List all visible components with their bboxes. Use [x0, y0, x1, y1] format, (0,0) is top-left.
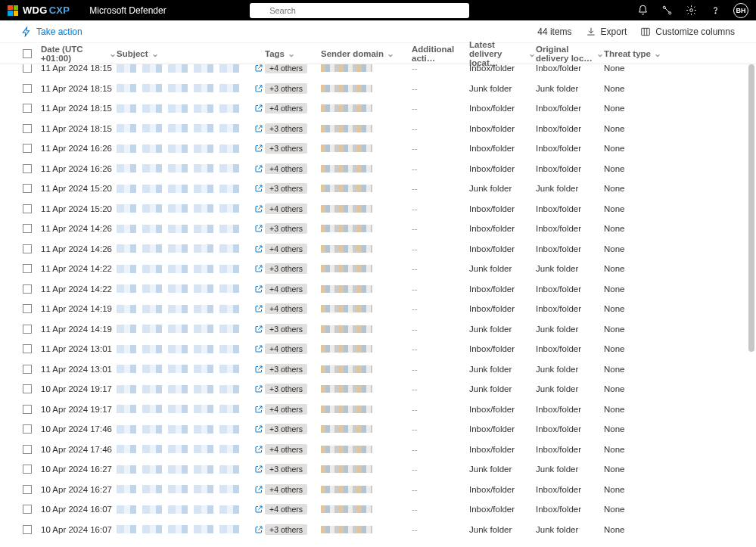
- table-row[interactable]: 11 Apr 2024 13:01+3 others--Junk folderJ…: [0, 359, 756, 380]
- table-row[interactable]: 11 Apr 2024 14:22+4 others--Inbox/folder…: [0, 279, 756, 300]
- open-external-icon[interactable]: [254, 184, 265, 193]
- tag-badge[interactable]: +3 others: [265, 83, 307, 94]
- tag-badge[interactable]: +4 others: [265, 404, 307, 415]
- table-row[interactable]: 11 Apr 2024 13:01+4 others--Inbox/folder…: [0, 339, 756, 359]
- export-button[interactable]: Export: [586, 26, 627, 37]
- tag-badge[interactable]: +4 others: [265, 444, 307, 455]
- row-checkbox[interactable]: [23, 64, 32, 73]
- open-external-icon[interactable]: [254, 244, 265, 253]
- table-row[interactable]: 11 Apr 2024 18:15+3 others--Junk folderJ…: [0, 79, 756, 99]
- row-checkbox[interactable]: [23, 284, 32, 294]
- cell-subject[interactable]: [117, 64, 265, 73]
- open-external-icon[interactable]: [254, 405, 265, 414]
- open-external-icon[interactable]: [254, 485, 265, 494]
- tag-badge[interactable]: +4 others: [265, 303, 307, 314]
- cell-subject[interactable]: [117, 84, 265, 93]
- cell-subject[interactable]: [117, 164, 265, 173]
- column-subject[interactable]: Subject ⌄: [117, 48, 265, 59]
- column-tags[interactable]: Tags ⌄: [265, 48, 321, 59]
- row-checkbox[interactable]: [23, 325, 32, 334]
- column-original[interactable]: Original delivery loc… ⌄: [536, 45, 604, 63]
- help-icon[interactable]: [709, 5, 721, 17]
- row-checkbox[interactable]: [23, 104, 32, 113]
- cell-subject[interactable]: [117, 264, 265, 273]
- row-checkbox[interactable]: [23, 365, 32, 374]
- cell-subject[interactable]: [117, 505, 265, 514]
- open-external-icon[interactable]: [254, 505, 265, 514]
- cell-subject[interactable]: [117, 284, 265, 294]
- open-external-icon[interactable]: [254, 284, 265, 294]
- cell-subject[interactable]: [117, 525, 265, 534]
- table-row[interactable]: 11 Apr 2024 14:26+3 others--Inbox/folder…: [0, 219, 756, 239]
- row-checkbox[interactable]: [23, 204, 32, 213]
- tag-badge[interactable]: +4 others: [265, 244, 307, 254]
- row-checkbox[interactable]: [23, 244, 32, 253]
- bell-icon[interactable]: [636, 5, 649, 17]
- row-checkbox[interactable]: [23, 525, 32, 534]
- table-row[interactable]: 10 Apr 2024 17:46+3 others--Inbox/folder…: [0, 419, 756, 440]
- select-all-checkbox[interactable]: [23, 49, 32, 58]
- cell-subject[interactable]: [117, 344, 265, 353]
- column-date[interactable]: Date (UTC +01:00) ⌄: [41, 45, 117, 63]
- column-threat[interactable]: Threat type ⌄: [604, 48, 664, 59]
- table-row[interactable]: 10 Apr 2024 17:46+4 others--Inbox/folder…: [0, 440, 756, 460]
- tag-badge[interactable]: +3 others: [265, 223, 307, 234]
- cell-subject[interactable]: [117, 224, 265, 233]
- cell-subject[interactable]: [117, 445, 265, 454]
- avatar[interactable]: BH: [733, 3, 748, 18]
- table-row[interactable]: 11 Apr 2024 16:26+4 others--Inbox/folder…: [0, 159, 756, 179]
- row-checkbox[interactable]: [23, 224, 32, 233]
- table-row[interactable]: 11 Apr 2024 18:15+3 others--Inbox/folder…: [0, 119, 756, 139]
- row-checkbox[interactable]: [23, 164, 32, 173]
- table-row[interactable]: 11 Apr 2024 14:19+3 others--Junk folderJ…: [0, 319, 756, 340]
- table-row[interactable]: 11 Apr 2024 14:26+4 others--Inbox/folder…: [0, 239, 756, 260]
- row-checkbox[interactable]: [23, 144, 32, 153]
- tag-badge[interactable]: +3 others: [265, 424, 307, 434]
- cell-subject[interactable]: [117, 184, 265, 193]
- open-external-icon[interactable]: [254, 164, 265, 173]
- tag-badge[interactable]: +4 others: [265, 103, 307, 113]
- cell-subject[interactable]: [117, 104, 265, 113]
- cell-subject[interactable]: [117, 405, 265, 414]
- table-row[interactable]: 11 Apr 2024 15:20+4 others--Inbox/folder…: [0, 199, 756, 219]
- cell-subject[interactable]: [117, 144, 265, 153]
- row-checkbox[interactable]: [23, 384, 32, 393]
- open-external-icon[interactable]: [254, 84, 265, 93]
- tag-badge[interactable]: +4 others: [265, 204, 307, 214]
- connector-icon[interactable]: [661, 5, 673, 17]
- table-row[interactable]: 11 Apr 2024 14:22+3 others--Junk folderJ…: [0, 259, 756, 279]
- row-checkbox[interactable]: [23, 84, 32, 93]
- tag-badge[interactable]: +3 others: [265, 263, 307, 274]
- row-checkbox[interactable]: [23, 465, 32, 474]
- row-checkbox[interactable]: [23, 344, 32, 353]
- table-row[interactable]: 11 Apr 2024 16:26+3 others--Inbox/folder…: [0, 138, 756, 159]
- tag-badge[interactable]: +3 others: [265, 384, 307, 394]
- gear-icon[interactable]: [685, 5, 697, 17]
- cell-subject[interactable]: [117, 204, 265, 213]
- tag-badge[interactable]: +4 others: [265, 504, 307, 514]
- row-checkbox[interactable]: [23, 304, 32, 313]
- open-external-icon[interactable]: [254, 144, 265, 153]
- open-external-icon[interactable]: [254, 304, 265, 313]
- tag-badge[interactable]: +3 others: [265, 123, 307, 134]
- cell-subject[interactable]: [117, 424, 265, 434]
- table-row[interactable]: 10 Apr 2024 19:17+4 others--Inbox/folder…: [0, 399, 756, 420]
- tag-badge[interactable]: +3 others: [265, 143, 307, 154]
- tag-badge[interactable]: +4 others: [265, 163, 307, 174]
- search-input[interactable]: [250, 3, 469, 18]
- cell-subject[interactable]: [117, 325, 265, 334]
- open-external-icon[interactable]: [254, 365, 265, 374]
- cell-subject[interactable]: [117, 304, 265, 313]
- tag-badge[interactable]: +4 others: [265, 343, 307, 354]
- row-checkbox[interactable]: [23, 124, 32, 133]
- row-checkbox[interactable]: [23, 445, 32, 454]
- column-sender[interactable]: Sender domain ⌄: [321, 48, 412, 59]
- table-row[interactable]: 10 Apr 2024 16:27+4 others--Inbox/folder…: [0, 480, 756, 500]
- open-external-icon[interactable]: [254, 325, 265, 334]
- open-external-icon[interactable]: [254, 465, 265, 474]
- table-row[interactable]: 10 Apr 2024 16:07+4 others--Inbox/folder…: [0, 499, 756, 520]
- tag-badge[interactable]: +4 others: [265, 484, 307, 495]
- row-checkbox[interactable]: [23, 264, 32, 273]
- open-external-icon[interactable]: [254, 64, 265, 73]
- open-external-icon[interactable]: [254, 104, 265, 113]
